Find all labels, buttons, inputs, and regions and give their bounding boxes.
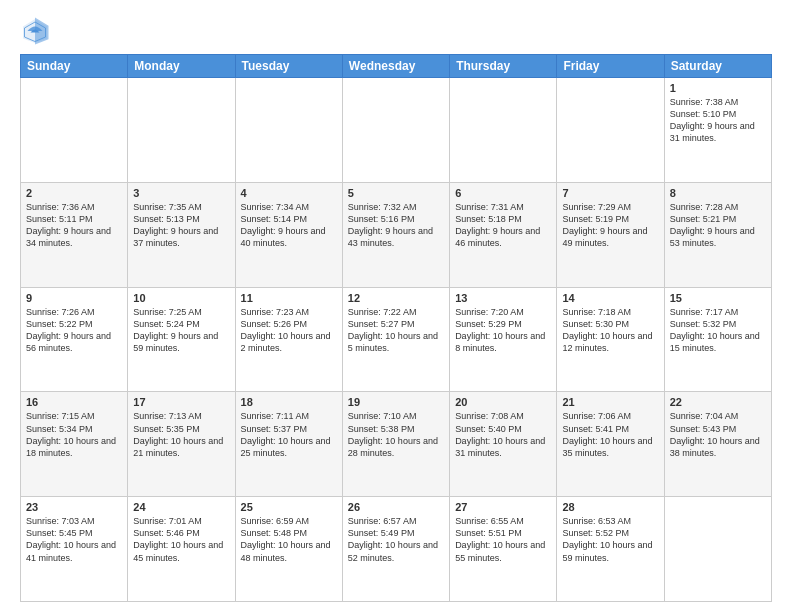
calendar-table: SundayMondayTuesdayWednesdayThursdayFrid… (20, 54, 772, 602)
calendar-cell: 2Sunrise: 7:36 AM Sunset: 5:11 PM Daylig… (21, 182, 128, 287)
day-number: 15 (670, 292, 766, 304)
logo (20, 16, 54, 46)
calendar-cell: 27Sunrise: 6:55 AM Sunset: 5:51 PM Dayli… (450, 497, 557, 602)
calendar-cell: 16Sunrise: 7:15 AM Sunset: 5:34 PM Dayli… (21, 392, 128, 497)
day-info: Sunrise: 7:18 AM Sunset: 5:30 PM Dayligh… (562, 306, 658, 355)
calendar-cell: 19Sunrise: 7:10 AM Sunset: 5:38 PM Dayli… (342, 392, 449, 497)
calendar-cell: 23Sunrise: 7:03 AM Sunset: 5:45 PM Dayli… (21, 497, 128, 602)
day-number: 4 (241, 187, 337, 199)
day-info: Sunrise: 7:17 AM Sunset: 5:32 PM Dayligh… (670, 306, 766, 355)
day-info: Sunrise: 7:29 AM Sunset: 5:19 PM Dayligh… (562, 201, 658, 250)
day-info: Sunrise: 7:34 AM Sunset: 5:14 PM Dayligh… (241, 201, 337, 250)
day-info: Sunrise: 7:25 AM Sunset: 5:24 PM Dayligh… (133, 306, 229, 355)
calendar-day-header: Friday (557, 55, 664, 78)
calendar-cell: 9Sunrise: 7:26 AM Sunset: 5:22 PM Daylig… (21, 287, 128, 392)
day-info: Sunrise: 7:20 AM Sunset: 5:29 PM Dayligh… (455, 306, 551, 355)
day-number: 28 (562, 501, 658, 513)
day-number: 11 (241, 292, 337, 304)
calendar-week-row: 9Sunrise: 7:26 AM Sunset: 5:22 PM Daylig… (21, 287, 772, 392)
calendar-cell: 6Sunrise: 7:31 AM Sunset: 5:18 PM Daylig… (450, 182, 557, 287)
calendar-cell (450, 78, 557, 183)
day-info: Sunrise: 7:35 AM Sunset: 5:13 PM Dayligh… (133, 201, 229, 250)
day-number: 19 (348, 396, 444, 408)
day-number: 25 (241, 501, 337, 513)
day-number: 14 (562, 292, 658, 304)
calendar-cell: 15Sunrise: 7:17 AM Sunset: 5:32 PM Dayli… (664, 287, 771, 392)
calendar-week-row: 2Sunrise: 7:36 AM Sunset: 5:11 PM Daylig… (21, 182, 772, 287)
calendar-cell: 7Sunrise: 7:29 AM Sunset: 5:19 PM Daylig… (557, 182, 664, 287)
day-info: Sunrise: 7:32 AM Sunset: 5:16 PM Dayligh… (348, 201, 444, 250)
day-number: 8 (670, 187, 766, 199)
calendar-cell: 25Sunrise: 6:59 AM Sunset: 5:48 PM Dayli… (235, 497, 342, 602)
day-number: 18 (241, 396, 337, 408)
day-info: Sunrise: 7:38 AM Sunset: 5:10 PM Dayligh… (670, 96, 766, 145)
day-info: Sunrise: 7:10 AM Sunset: 5:38 PM Dayligh… (348, 410, 444, 459)
day-info: Sunrise: 7:11 AM Sunset: 5:37 PM Dayligh… (241, 410, 337, 459)
day-info: Sunrise: 7:26 AM Sunset: 5:22 PM Dayligh… (26, 306, 122, 355)
calendar-week-row: 1Sunrise: 7:38 AM Sunset: 5:10 PM Daylig… (21, 78, 772, 183)
calendar-cell (128, 78, 235, 183)
calendar-cell (342, 78, 449, 183)
day-number: 17 (133, 396, 229, 408)
calendar-cell: 1Sunrise: 7:38 AM Sunset: 5:10 PM Daylig… (664, 78, 771, 183)
day-info: Sunrise: 7:08 AM Sunset: 5:40 PM Dayligh… (455, 410, 551, 459)
day-number: 10 (133, 292, 229, 304)
day-number: 7 (562, 187, 658, 199)
day-info: Sunrise: 7:01 AM Sunset: 5:46 PM Dayligh… (133, 515, 229, 564)
day-info: Sunrise: 6:53 AM Sunset: 5:52 PM Dayligh… (562, 515, 658, 564)
calendar-cell: 14Sunrise: 7:18 AM Sunset: 5:30 PM Dayli… (557, 287, 664, 392)
day-number: 20 (455, 396, 551, 408)
day-number: 6 (455, 187, 551, 199)
calendar-cell: 20Sunrise: 7:08 AM Sunset: 5:40 PM Dayli… (450, 392, 557, 497)
calendar-cell: 12Sunrise: 7:22 AM Sunset: 5:27 PM Dayli… (342, 287, 449, 392)
calendar-cell (664, 497, 771, 602)
day-info: Sunrise: 7:15 AM Sunset: 5:34 PM Dayligh… (26, 410, 122, 459)
calendar-cell: 18Sunrise: 7:11 AM Sunset: 5:37 PM Dayli… (235, 392, 342, 497)
calendar-cell: 22Sunrise: 7:04 AM Sunset: 5:43 PM Dayli… (664, 392, 771, 497)
header (20, 16, 772, 46)
day-number: 5 (348, 187, 444, 199)
day-info: Sunrise: 7:04 AM Sunset: 5:43 PM Dayligh… (670, 410, 766, 459)
day-number: 27 (455, 501, 551, 513)
calendar-cell (235, 78, 342, 183)
calendar-day-header: Saturday (664, 55, 771, 78)
calendar-day-header: Wednesday (342, 55, 449, 78)
day-number: 3 (133, 187, 229, 199)
logo-icon (20, 16, 50, 46)
day-number: 2 (26, 187, 122, 199)
calendar-cell: 3Sunrise: 7:35 AM Sunset: 5:13 PM Daylig… (128, 182, 235, 287)
day-info: Sunrise: 7:13 AM Sunset: 5:35 PM Dayligh… (133, 410, 229, 459)
calendar-day-header: Monday (128, 55, 235, 78)
calendar-cell: 21Sunrise: 7:06 AM Sunset: 5:41 PM Dayli… (557, 392, 664, 497)
calendar-cell: 5Sunrise: 7:32 AM Sunset: 5:16 PM Daylig… (342, 182, 449, 287)
day-number: 21 (562, 396, 658, 408)
day-info: Sunrise: 7:28 AM Sunset: 5:21 PM Dayligh… (670, 201, 766, 250)
calendar-day-header: Thursday (450, 55, 557, 78)
page: SundayMondayTuesdayWednesdayThursdayFrid… (0, 0, 792, 612)
calendar-cell (21, 78, 128, 183)
day-number: 9 (26, 292, 122, 304)
day-info: Sunrise: 6:57 AM Sunset: 5:49 PM Dayligh… (348, 515, 444, 564)
day-number: 1 (670, 82, 766, 94)
day-number: 22 (670, 396, 766, 408)
calendar-cell: 8Sunrise: 7:28 AM Sunset: 5:21 PM Daylig… (664, 182, 771, 287)
calendar-cell: 17Sunrise: 7:13 AM Sunset: 5:35 PM Dayli… (128, 392, 235, 497)
day-info: Sunrise: 7:31 AM Sunset: 5:18 PM Dayligh… (455, 201, 551, 250)
calendar-cell: 4Sunrise: 7:34 AM Sunset: 5:14 PM Daylig… (235, 182, 342, 287)
day-number: 16 (26, 396, 122, 408)
calendar-cell: 26Sunrise: 6:57 AM Sunset: 5:49 PM Dayli… (342, 497, 449, 602)
day-number: 24 (133, 501, 229, 513)
day-info: Sunrise: 7:22 AM Sunset: 5:27 PM Dayligh… (348, 306, 444, 355)
calendar-cell: 13Sunrise: 7:20 AM Sunset: 5:29 PM Dayli… (450, 287, 557, 392)
calendar-week-row: 16Sunrise: 7:15 AM Sunset: 5:34 PM Dayli… (21, 392, 772, 497)
day-number: 23 (26, 501, 122, 513)
day-number: 13 (455, 292, 551, 304)
calendar-week-row: 23Sunrise: 7:03 AM Sunset: 5:45 PM Dayli… (21, 497, 772, 602)
day-number: 26 (348, 501, 444, 513)
day-info: Sunrise: 7:36 AM Sunset: 5:11 PM Dayligh… (26, 201, 122, 250)
day-number: 12 (348, 292, 444, 304)
day-info: Sunrise: 6:59 AM Sunset: 5:48 PM Dayligh… (241, 515, 337, 564)
calendar-day-header: Sunday (21, 55, 128, 78)
calendar-cell: 10Sunrise: 7:25 AM Sunset: 5:24 PM Dayli… (128, 287, 235, 392)
calendar-cell: 24Sunrise: 7:01 AM Sunset: 5:46 PM Dayli… (128, 497, 235, 602)
